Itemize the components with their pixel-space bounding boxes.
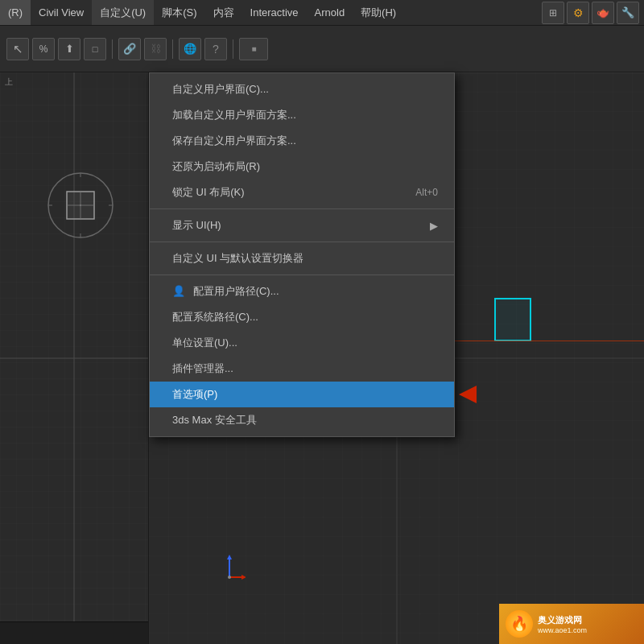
menu-custom-ui[interactable]: 自定义用户界面(C)... <box>150 76 454 102</box>
left-viewport: 上 <box>0 72 149 644</box>
menu-plugin-manager[interactable]: 插件管理器... <box>150 356 454 382</box>
toolbar-arrow[interactable]: ⬆ <box>58 38 80 60</box>
menu-units[interactable]: 单位设置(U)... <box>150 330 454 356</box>
toolbar-box[interactable]: □ <box>84 38 106 60</box>
menu-custom-toggle[interactable]: 自定义 UI 与默认设置切换器 <box>150 246 454 271</box>
menu-item-script[interactable]: 脚本(S) <box>154 0 204 25</box>
watermark: 🔥 奥义游戏网 www.aoe1.com <box>499 604 644 644</box>
menu-item-customize[interactable]: 自定义(U) <box>92 0 154 25</box>
toolbar-sep-3 <box>233 39 233 59</box>
left-panel-status <box>0 621 148 644</box>
menu-item-arnold[interactable]: Arnold <box>307 0 353 25</box>
left-grid: 上 <box>0 72 148 644</box>
svg-text:上: 上 <box>5 77 13 86</box>
main-area: 上 <box>0 72 644 644</box>
toolbar-link[interactable]: 🔗 <box>118 38 141 60</box>
toolbar-question[interactable]: ? <box>204 38 227 60</box>
toolbar-icon-grid[interactable]: ⊞ <box>542 2 564 24</box>
toolbar: ↖ % ⬆ □ 🔗 ⛓ 🌐 ? ■ <box>0 26 644 72</box>
menu-config-sys-path[interactable]: 配置系统路径(C)... <box>150 304 454 330</box>
toolbar-unlink[interactable]: ⛓ <box>144 38 167 60</box>
watermark-text: 奥义游戏网 www.aoe1.com <box>538 614 587 634</box>
toolbar-sep-1 <box>112 39 113 59</box>
highlight-arrow <box>459 386 477 403</box>
menu-item-interactive[interactable]: Interactive <box>242 0 307 25</box>
toolbar-icon-teapot[interactable]: 🫖 <box>592 2 614 24</box>
menu-item-content[interactable]: 内容 <box>205 0 242 25</box>
menu-config-user-path[interactable]: 👤 配置用户路径(C)... <box>150 279 454 304</box>
menu-sep-1 <box>150 208 454 209</box>
toolbar-percent[interactable]: % <box>32 38 55 60</box>
menu-item-R[interactable]: (R) <box>0 0 31 25</box>
dropdown-menu: 自定义用户界面(C)... 加载自定义用户界面方案... 保存自定义用户界面方案… <box>149 72 455 437</box>
toolbar-icon-extra[interactable]: 🔧 <box>617 2 639 24</box>
menu-preferences[interactable]: 首选项(P) <box>150 382 454 407</box>
menubar: (R) Civil View 自定义(U) 脚本(S) 内容 Interacti… <box>0 0 644 26</box>
submenu-arrow: ▶ <box>430 220 438 232</box>
menu-load-ui[interactable]: 加载自定义用户界面方案... <box>150 102 454 128</box>
cyan-selection-box <box>494 298 531 341</box>
viewport-gizmo <box>44 169 117 242</box>
menu-item-civil-view[interactable]: Civil View <box>31 0 92 25</box>
svg-marker-20 <box>242 575 246 580</box>
menu-security[interactable]: 3ds Max 安全工具 <box>150 407 454 433</box>
axes-indicator <box>213 553 246 588</box>
svg-marker-18 <box>227 555 232 559</box>
watermark-logo: 🔥 <box>506 610 533 638</box>
toolbar-select[interactable]: ↖ <box>6 38 29 60</box>
menu-save-ui[interactable]: 保存自定义用户界面方案... <box>150 128 454 154</box>
toolbar-globe[interactable]: 🌐 <box>179 38 201 60</box>
menu-show-ui[interactable]: 显示 UI(H) ▶ <box>150 213 454 238</box>
config-user-icon: 👤 <box>172 285 185 297</box>
toolbar-icon-settings[interactable]: ⚙ <box>567 2 589 24</box>
menu-item-help[interactable]: 帮助(H) <box>353 0 404 25</box>
menu-lock-layout[interactable]: 锁定 UI 布局(K) Alt+0 <box>150 180 454 205</box>
menu-revert-layout[interactable]: 还原为启动布局(R) <box>150 154 454 180</box>
toolbar-3d-left[interactable]: ■ <box>239 38 268 60</box>
svg-point-21 <box>228 576 231 579</box>
toolbar-sep-2 <box>172 39 173 59</box>
menu-sep-2 <box>150 242 454 242</box>
menu-sep-3 <box>150 275 454 275</box>
